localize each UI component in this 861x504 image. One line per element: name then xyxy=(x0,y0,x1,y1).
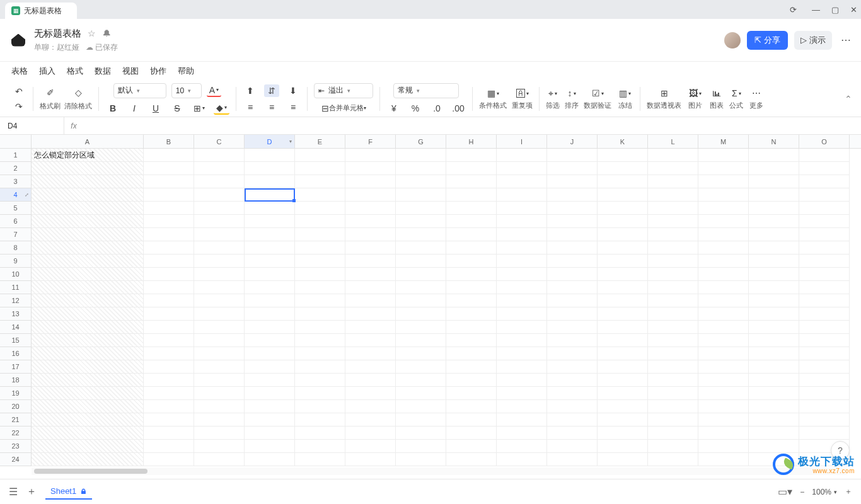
cell-G23[interactable] xyxy=(396,440,446,453)
cell-D24[interactable] xyxy=(245,453,295,466)
cell-B19[interactable] xyxy=(144,387,194,400)
cell-M19[interactable] xyxy=(698,387,749,400)
cell-L10[interactable] xyxy=(648,268,698,281)
cell-G8[interactable] xyxy=(396,241,446,255)
cell-B11[interactable] xyxy=(144,281,194,294)
cell-L20[interactable] xyxy=(648,400,698,413)
cell-L7[interactable] xyxy=(648,228,698,241)
cell-O4[interactable] xyxy=(799,188,850,202)
cell-K8[interactable] xyxy=(598,241,648,255)
cell-J20[interactable] xyxy=(547,400,598,413)
cell-N6[interactable] xyxy=(749,215,799,228)
close-icon[interactable]: ✕ xyxy=(850,5,857,14)
overflow-dropdown[interactable]: ⇤ 溢出▾ xyxy=(314,83,373,98)
cell-H12[interactable] xyxy=(446,294,497,307)
align-right-icon[interactable]: ≡ xyxy=(286,101,301,113)
cell-L18[interactable] xyxy=(648,374,698,387)
cell-B23[interactable] xyxy=(144,440,194,453)
cell-D2[interactable] xyxy=(245,162,295,175)
cell-F7[interactable] xyxy=(345,228,396,241)
cell-C9[interactable] xyxy=(194,255,245,268)
cell-N23[interactable] xyxy=(749,440,799,453)
cell-A22[interactable] xyxy=(32,427,144,440)
cell-J7[interactable] xyxy=(547,228,598,241)
help-button[interactable]: ? xyxy=(831,441,850,460)
cell-G1[interactable] xyxy=(396,149,446,162)
add-sheet-icon[interactable]: ＋ xyxy=(26,485,37,498)
cell-E5[interactable] xyxy=(295,202,345,215)
cell-E12[interactable] xyxy=(295,294,345,307)
menu-format[interactable]: 格式 xyxy=(67,66,83,77)
cell-K12[interactable] xyxy=(598,294,648,307)
cell-K16[interactable] xyxy=(598,347,648,360)
cell-C18[interactable] xyxy=(194,374,245,387)
duplicates-icon[interactable]: 🄰▾ xyxy=(514,87,531,100)
row-header-19[interactable]: 19 xyxy=(0,387,32,400)
cell-F6[interactable] xyxy=(345,215,396,228)
cell-F19[interactable] xyxy=(345,387,396,400)
cell-M12[interactable] xyxy=(698,294,749,307)
cell-M13[interactable] xyxy=(698,307,749,321)
cell-G14[interactable] xyxy=(396,321,446,334)
cell-N11[interactable] xyxy=(749,281,799,294)
cell-O13[interactable] xyxy=(799,307,850,321)
cell-G7[interactable] xyxy=(396,228,446,241)
cell-E16[interactable] xyxy=(295,347,345,360)
cell-L22[interactable] xyxy=(648,427,698,440)
cell-O21[interactable] xyxy=(799,413,850,427)
cell-E4[interactable] xyxy=(295,188,345,202)
cell-J18[interactable] xyxy=(547,374,598,387)
cell-E24[interactable] xyxy=(295,453,345,466)
redo-icon[interactable]: ↷ xyxy=(11,100,26,113)
chart-icon[interactable]: 📊︎ xyxy=(709,87,724,100)
cell-F23[interactable] xyxy=(345,440,396,453)
cell-I16[interactable] xyxy=(497,347,547,360)
cell-E11[interactable] xyxy=(295,281,345,294)
cell-L23[interactable] xyxy=(648,440,698,453)
cell-K9[interactable] xyxy=(598,255,648,268)
cell-J13[interactable] xyxy=(547,307,598,321)
cell-G21[interactable] xyxy=(396,413,446,427)
cell-E7[interactable] xyxy=(295,228,345,241)
cell-J3[interactable] xyxy=(547,175,598,188)
cell-D11[interactable] xyxy=(245,281,295,294)
cell-H22[interactable] xyxy=(446,427,497,440)
cell-H1[interactable] xyxy=(446,149,497,162)
cell-D3[interactable] xyxy=(245,175,295,188)
menu-view[interactable]: 视图 xyxy=(122,66,139,77)
freeze-icon[interactable]: ▥▾ xyxy=(616,87,633,100)
cell-B4[interactable] xyxy=(144,188,194,202)
cell-L8[interactable] xyxy=(648,241,698,255)
cell-G4[interactable] xyxy=(396,188,446,202)
cell-J9[interactable] xyxy=(547,255,598,268)
percent-icon[interactable]: % xyxy=(408,102,423,115)
cell-J2[interactable] xyxy=(547,162,598,175)
sheet-tab[interactable]: Sheet1 🔒︎ xyxy=(45,484,92,500)
cell-K23[interactable] xyxy=(598,440,648,453)
cell-K10[interactable] xyxy=(598,268,648,281)
cell-M2[interactable] xyxy=(698,162,749,175)
cell-A5[interactable] xyxy=(32,202,144,215)
font-color-icon[interactable]: A▾ xyxy=(207,84,221,97)
cell-F12[interactable] xyxy=(345,294,396,307)
row-header-12[interactable]: 12 xyxy=(0,294,32,307)
cell-J22[interactable] xyxy=(547,427,598,440)
cell-L9[interactable] xyxy=(648,255,698,268)
cell-H10[interactable] xyxy=(446,268,497,281)
cell-A9[interactable] xyxy=(32,255,144,268)
cell-J1[interactable] xyxy=(547,149,598,162)
cell-N12[interactable] xyxy=(749,294,799,307)
cell-G19[interactable] xyxy=(396,387,446,400)
more-icon[interactable]: ⋯ xyxy=(838,32,853,49)
cell-O16[interactable] xyxy=(799,347,850,360)
cell-G24[interactable] xyxy=(396,453,446,466)
column-header-M[interactable]: M xyxy=(698,135,749,148)
cell-J11[interactable] xyxy=(547,281,598,294)
cell-D6[interactable] xyxy=(245,215,295,228)
column-header-J[interactable]: J xyxy=(547,135,598,148)
cell-M16[interactable] xyxy=(698,347,749,360)
strikethrough-icon[interactable]: S xyxy=(170,102,185,115)
fx-icon[interactable]: fx xyxy=(64,122,83,130)
cell-K18[interactable] xyxy=(598,374,648,387)
cell-K6[interactable] xyxy=(598,215,648,228)
